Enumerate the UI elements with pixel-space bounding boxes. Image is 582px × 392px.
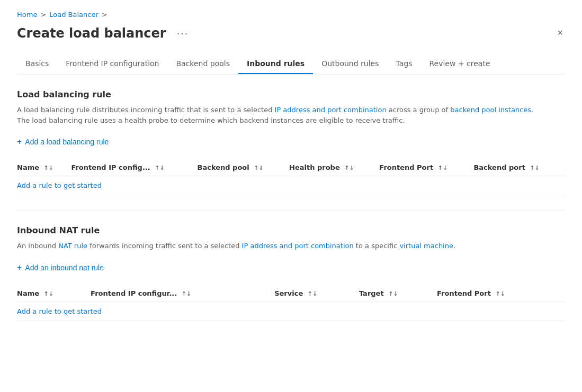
- inbound-nat-table: Name ↑↓ Frontend IP configur... ↑↓ Servi…: [17, 285, 565, 321]
- load-balancing-title: Load balancing rule: [17, 89, 565, 99]
- tabs-container: Basics Frontend IP configuration Backend…: [17, 54, 565, 75]
- load-balancing-table-body: Add a rule to get started: [17, 176, 565, 195]
- col-backend-port: Backend port ↑↓: [473, 159, 565, 176]
- tab-review-create[interactable]: Review + create: [421, 54, 499, 74]
- col-health-probe: Health probe ↑↓: [289, 159, 379, 176]
- breadcrumb-sep2: >: [102, 11, 108, 19]
- desc-link2: backend pool instances: [450, 106, 531, 114]
- nat-sort-name-icon[interactable]: ↑↓: [44, 290, 53, 297]
- inbound-nat-table-body: Add a rule to get started: [17, 302, 565, 321]
- add-load-balancing-label: Add a load balancing rule: [25, 138, 109, 146]
- desc-part2: across a group of: [387, 106, 451, 114]
- inbound-nat-table-header: Name ↑↓ Frontend IP configur... ↑↓ Servi…: [17, 285, 565, 302]
- inbound-nat-description: An inbound NAT rule forwards incoming tr…: [17, 241, 565, 251]
- tab-inbound-rules[interactable]: Inbound rules: [238, 54, 313, 74]
- nat-desc-link2: IP address and port combination: [242, 242, 354, 250]
- breadcrumb-loadbalancer[interactable]: Load Balancer: [49, 11, 99, 19]
- nat-desc-link3: virtual machine: [399, 242, 453, 250]
- more-options-button[interactable]: ···: [173, 25, 193, 41]
- col-name: Name ↑↓: [17, 159, 71, 176]
- table-row: Add a rule to get started: [17, 302, 565, 321]
- add-inbound-nat-rule-button[interactable]: + Add an inbound nat rule: [17, 261, 104, 275]
- table-row: Add a rule to get started: [17, 176, 565, 195]
- nat-col-frontend-ip: Frontend IP configur... ↑↓: [91, 285, 274, 302]
- sort-backend-pool-icon[interactable]: ↑↓: [254, 165, 263, 171]
- nat-sort-target-icon[interactable]: ↑↓: [388, 290, 398, 297]
- nat-sort-frontend-port-icon[interactable]: ↑↓: [495, 290, 505, 297]
- breadcrumb-sep1: >: [40, 11, 46, 19]
- col-frontend-port: Frontend Port ↑↓: [379, 159, 473, 176]
- tab-outbound-rules[interactable]: Outbound rules: [313, 54, 387, 74]
- tab-backend-pools[interactable]: Backend pools: [167, 54, 238, 74]
- load-balancing-description: A load balancing rule distributes incomi…: [17, 105, 565, 125]
- desc-link1: IP address and port combination: [275, 106, 387, 114]
- col-frontend-ip: Frontend IP config... ↑↓: [71, 159, 197, 176]
- sort-name-icon[interactable]: ↑↓: [44, 165, 53, 171]
- table-header-row: Name ↑↓ Frontend IP config... ↑↓ Backend…: [17, 159, 565, 176]
- inbound-nat-section: Inbound NAT rule An inbound NAT rule for…: [17, 225, 565, 321]
- close-button[interactable]: ×: [555, 25, 565, 41]
- nat-sort-frontend-ip-icon[interactable]: ↑↓: [182, 290, 191, 297]
- nat-desc-link1: NAT rule: [58, 242, 87, 250]
- plus-icon: +: [17, 137, 22, 147]
- nat-header-row: Name ↑↓ Frontend IP configur... ↑↓ Servi…: [17, 285, 565, 302]
- add-nat-label: Add an inbound nat rule: [25, 263, 104, 272]
- breadcrumb: Home > Load Balancer >: [17, 11, 565, 19]
- nat-sort-service-icon[interactable]: ↑↓: [308, 290, 317, 297]
- nat-col-service: Service ↑↓: [274, 285, 359, 302]
- nat-desc-part2: forwards incoming traffic sent to a sele…: [87, 242, 242, 250]
- tab-frontend-ip[interactable]: Frontend IP configuration: [57, 54, 167, 74]
- desc-part1: A load balancing rule distributes incomi…: [17, 106, 275, 114]
- nat-desc-part4: .: [453, 242, 455, 250]
- page-header: Create load balancer ··· ×: [17, 25, 565, 41]
- tab-basics[interactable]: Basics: [17, 54, 57, 74]
- nat-col-frontend-port: Frontend Port ↑↓: [437, 285, 565, 302]
- tab-tags[interactable]: Tags: [388, 54, 421, 74]
- sort-frontend-ip-icon[interactable]: ↑↓: [155, 165, 164, 171]
- nat-empty-message: Add a rule to get started: [17, 302, 565, 321]
- page-title: Create load balancer: [17, 26, 166, 41]
- page-title-area: Create load balancer ···: [17, 25, 193, 41]
- sort-health-probe-icon[interactable]: ↑↓: [344, 165, 354, 171]
- nat-desc-part3: to a specific: [354, 242, 400, 250]
- nat-col-target: Target ↑↓: [359, 285, 437, 302]
- load-balancing-section: Load balancing rule A load balancing rul…: [17, 89, 565, 195]
- col-backend-pool: Backend pool ↑↓: [198, 159, 290, 176]
- nat-plus-icon: +: [17, 263, 22, 272]
- section-divider: [17, 210, 565, 211]
- nat-desc-part1: An inbound: [17, 242, 58, 250]
- sort-backend-port-icon[interactable]: ↑↓: [530, 165, 539, 171]
- add-load-balancing-rule-button[interactable]: + Add a load balancing rule: [17, 135, 109, 149]
- inbound-nat-title: Inbound NAT rule: [17, 225, 565, 235]
- load-balancing-table-header: Name ↑↓ Frontend IP config... ↑↓ Backend…: [17, 159, 565, 176]
- empty-message: Add a rule to get started: [17, 176, 565, 195]
- sort-frontend-port-icon[interactable]: ↑↓: [438, 165, 447, 171]
- breadcrumb-home[interactable]: Home: [17, 11, 37, 19]
- load-balancing-table: Name ↑↓ Frontend IP config... ↑↓ Backend…: [17, 159, 565, 195]
- nat-col-name: Name ↑↓: [17, 285, 91, 302]
